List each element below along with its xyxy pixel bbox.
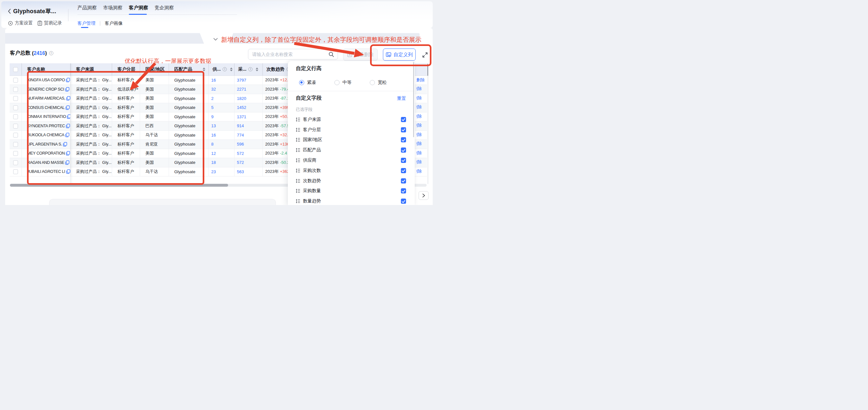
fullscreen-icon[interactable] — [422, 52, 428, 58]
customer-name[interactable]: CONSUS CHEMICAL — [27, 106, 65, 110]
row-checkbox[interactable] — [13, 142, 18, 147]
search-input[interactable] — [248, 52, 329, 57]
reset-link[interactable]: 重置 — [397, 96, 406, 101]
customer-name[interactable]: CINMAX INTERNATIO — [27, 114, 66, 119]
drag-handle-icon[interactable] — [296, 117, 300, 122]
delete-row-link[interactable]: 删除 — [416, 159, 422, 164]
row-height-radio[interactable]: 宽松 — [370, 80, 405, 85]
delete-row-link[interactable]: 删除 — [416, 86, 422, 91]
row-checkbox[interactable] — [13, 87, 18, 92]
col-header-tier[interactable]: 客户分层 — [112, 63, 140, 76]
drag-handle-icon[interactable] — [296, 127, 300, 132]
row-checkbox[interactable] — [13, 160, 18, 165]
row-checkbox[interactable] — [13, 96, 18, 101]
purchases-count-link[interactable]: 1452 — [237, 105, 246, 110]
customer-name[interactable]: GENERIC CROP SCI — [27, 87, 64, 92]
row-height-radio[interactable]: 紧凑 — [299, 80, 334, 85]
customer-name[interactable]: XINGFA USA CORPO — [27, 78, 65, 82]
info-icon[interactable] — [248, 67, 252, 71]
field-checkbox-checked[interactable] — [401, 168, 406, 173]
copy-icon[interactable] — [66, 78, 70, 82]
customer-name[interactable]: RAGAN AND MASSE — [27, 160, 65, 165]
copy-icon[interactable] — [67, 114, 70, 119]
vertical-scrollbar-thumb[interactable] — [427, 64, 429, 76]
copy-icon[interactable] — [66, 96, 70, 100]
sort-icon[interactable] — [256, 67, 258, 71]
copy-icon[interactable] — [66, 151, 70, 155]
delete-row-link[interactable]: 删除 — [416, 95, 422, 100]
tab-customer-insight[interactable]: 客户洞察 — [129, 5, 148, 15]
suppliers-count-link[interactable]: 16 — [211, 78, 216, 83]
delete-row-link[interactable]: 删除 — [416, 78, 425, 82]
suppliers-count-link[interactable]: 23 — [211, 169, 216, 174]
copy-icon[interactable] — [66, 124, 70, 128]
row-checkbox[interactable] — [13, 169, 18, 174]
purchases-count-link[interactable]: 1820 — [237, 96, 246, 101]
customer-name[interactable]: UPL ARGENTINA S. — [27, 142, 62, 147]
purchases-count-link[interactable]: 2271 — [237, 87, 246, 92]
field-checkbox-checked[interactable] — [401, 117, 406, 122]
sort-icon[interactable] — [230, 67, 232, 71]
copy-icon[interactable] — [66, 169, 70, 174]
suppliers-count-link[interactable]: 2 — [211, 96, 214, 101]
col-header-suppliers[interactable]: 供... — [209, 63, 234, 76]
suppliers-count-link[interactable]: 5 — [211, 105, 214, 110]
field-checkbox-checked[interactable] — [401, 127, 406, 133]
purchases-count-link[interactable]: 774 — [237, 133, 244, 138]
purchases-count-link[interactable]: 572 — [237, 151, 244, 156]
next-drawer-button[interactable] — [418, 191, 429, 200]
tab-market-insight[interactable]: 市场洞察 — [103, 5, 122, 15]
copy-icon[interactable] — [65, 133, 69, 137]
field-checkbox-checked[interactable] — [401, 137, 406, 142]
customer-name[interactable]: BUKOOLA CHEMICA — [27, 133, 65, 137]
vertical-scrollbar-track[interactable] — [427, 64, 429, 184]
suppliers-count-link[interactable]: 12 — [211, 151, 216, 156]
col-header-name[interactable]: 客户名称 — [22, 63, 70, 76]
purchases-count-link[interactable]: 3797 — [237, 78, 246, 83]
customer-name[interactable]: SYNGENTA PROTEC — [27, 124, 65, 128]
field-checkbox-checked[interactable] — [401, 178, 406, 183]
subtab-customer-profile[interactable]: 客户画像 — [105, 21, 123, 26]
suppliers-count-link[interactable]: 9 — [211, 114, 214, 119]
field-checkbox-checked[interactable] — [401, 188, 406, 194]
info-icon[interactable] — [49, 51, 53, 55]
row-checkbox[interactable] — [13, 151, 18, 156]
delete-row-link[interactable]: 删除 — [416, 123, 422, 127]
suppliers-count-link[interactable]: 16 — [211, 133, 216, 138]
row-checkbox[interactable] — [13, 78, 18, 83]
scheme-settings-link[interactable]: 方案设置 — [8, 20, 33, 26]
field-checkbox-checked[interactable] — [401, 199, 406, 204]
customer-name[interactable]: JUBAILI AGROTEC LI — [27, 169, 65, 174]
delete-row-link[interactable]: 删除 — [416, 169, 422, 174]
batch-delete-button[interactable]: 批量删除 — [343, 49, 378, 61]
drag-handle-icon[interactable] — [296, 168, 300, 173]
row-checkbox[interactable] — [13, 124, 18, 128]
tab-competitor-insight[interactable]: 竞企洞察 — [155, 5, 174, 15]
col-header-product[interactable]: 匹配产品 — [169, 63, 209, 76]
purchases-count-link[interactable]: 1371 — [237, 114, 246, 119]
search-icon[interactable] — [329, 52, 334, 57]
suppliers-count-link[interactable]: 8 — [211, 142, 214, 147]
col-header-purchases[interactable]: 采... — [234, 63, 262, 76]
col-header-country[interactable]: 国家/地区 — [140, 63, 169, 76]
drag-handle-icon[interactable] — [296, 179, 300, 183]
select-all-checkbox[interactable] — [13, 67, 18, 72]
drag-handle-icon[interactable] — [296, 158, 300, 163]
row-checkbox[interactable] — [13, 133, 18, 138]
purchases-count-link[interactable]: 596 — [237, 142, 244, 147]
copy-icon[interactable] — [65, 106, 70, 110]
delete-row-link[interactable]: 删除 — [416, 132, 422, 137]
row-checkbox[interactable] — [13, 106, 18, 110]
drag-handle-icon[interactable] — [296, 199, 300, 203]
suppliers-count-link[interactable]: 32 — [211, 87, 216, 92]
customer-name[interactable]: MEY CORPORATION — [27, 151, 65, 155]
subtab-customer-management[interactable]: 客户管理 — [78, 21, 95, 26]
purchases-count-link[interactable]: 572 — [237, 160, 244, 165]
trade-records-link[interactable]: 贸易记录 — [38, 20, 62, 26]
horizontal-scrollbar-thumb[interactable] — [10, 184, 228, 187]
copy-icon[interactable] — [63, 142, 67, 147]
suppliers-count-link[interactable]: 18 — [211, 160, 216, 165]
col-header-source[interactable]: 客户来源 — [70, 63, 112, 76]
field-checkbox-checked[interactable] — [401, 158, 406, 163]
field-checkbox-checked[interactable] — [401, 147, 406, 153]
